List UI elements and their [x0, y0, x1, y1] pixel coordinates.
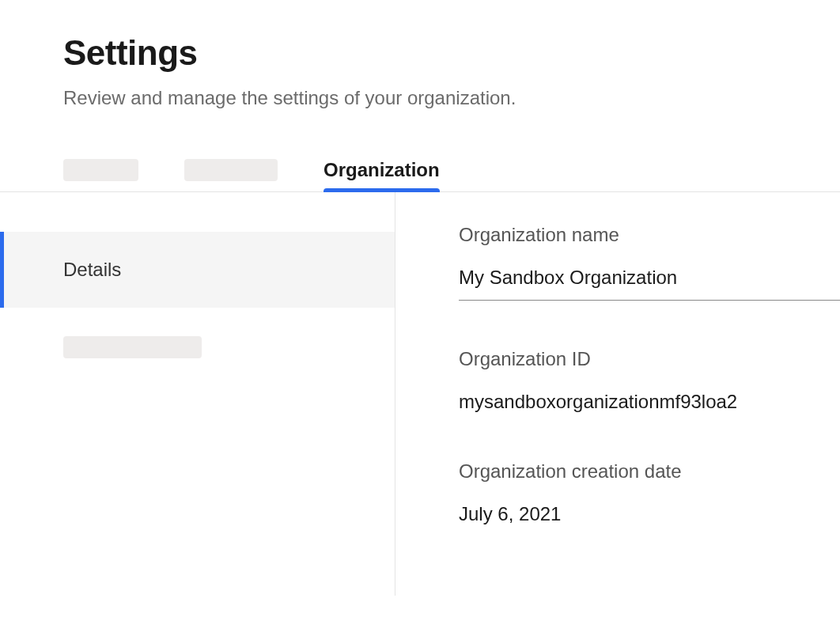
page-title: Settings: [63, 33, 840, 73]
field-org-name: Organization name: [459, 224, 840, 301]
content-area: Details Organization name Organization I…: [0, 192, 840, 596]
sidebar-item-label: Details: [63, 259, 121, 281]
sidebar-placeholder: [63, 336, 202, 358]
page-subtitle: Review and manage the settings of your o…: [63, 87, 840, 109]
page-header: Settings Review and manage the settings …: [0, 0, 840, 109]
field-label-org-name: Organization name: [459, 224, 840, 246]
tab-placeholder: [63, 159, 138, 181]
tabs-row: Organization: [0, 149, 840, 192]
field-label-org-id: Organization ID: [459, 348, 840, 370]
org-name-input[interactable]: [459, 267, 840, 301]
tab-placeholder: [184, 159, 278, 181]
field-label-org-creation-date: Organization creation date: [459, 460, 840, 483]
main-panel: Organization name Organization ID mysand…: [395, 192, 840, 596]
tab-organization[interactable]: Organization: [324, 149, 440, 191]
org-id-value: mysandboxorganizationmf93loa2: [459, 391, 840, 413]
field-org-id: Organization ID mysandboxorganizationmf9…: [459, 348, 840, 413]
org-creation-date-value: July 6, 2021: [459, 503, 840, 525]
sidebar-item-details[interactable]: Details: [0, 232, 395, 308]
field-org-creation-date: Organization creation date July 6, 2021: [459, 460, 840, 525]
settings-sidebar: Details: [0, 192, 395, 596]
